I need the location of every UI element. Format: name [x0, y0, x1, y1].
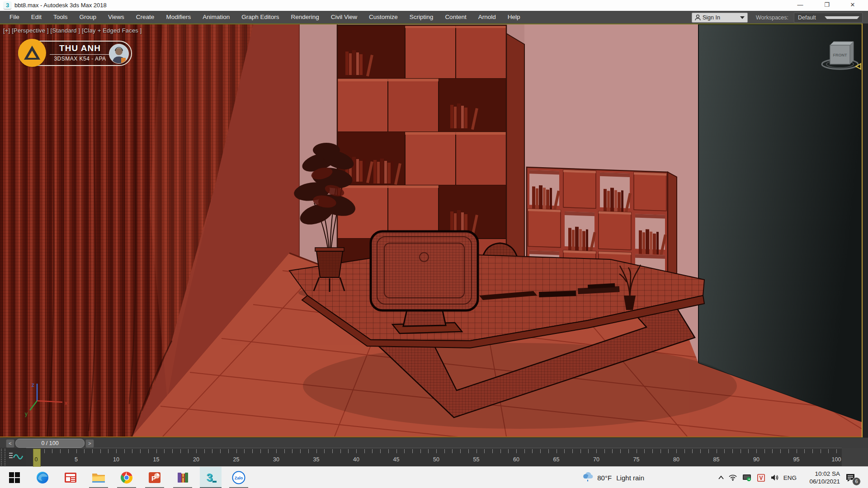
ruler-tick [436, 449, 437, 453]
viewport-header-label[interactable]: [+] [Perspective ] [Standard ] [Clay + E… [3, 27, 142, 34]
ruler-tick [708, 449, 709, 453]
unikey-v-icon: V [757, 474, 765, 482]
ruler-tick [812, 449, 813, 453]
ruler-label-30: 30 [273, 456, 279, 463]
ruler-tick [180, 449, 181, 453]
ruler-tick [772, 449, 773, 453]
wifi-icon [729, 474, 737, 481]
display-capture-tray[interactable] [742, 467, 751, 488]
folder-icon [92, 472, 105, 483]
ruler-tick [404, 449, 405, 453]
menu-tools[interactable]: Tools [47, 11, 74, 23]
time-slider-handle[interactable]: 0 / 100 [15, 439, 85, 448]
ruler-tick [204, 449, 205, 453]
ruler-tick [244, 449, 245, 453]
previous-frame-button[interactable]: < [6, 439, 14, 448]
ruler-tick [316, 449, 317, 453]
menu-animation[interactable]: Animation [197, 11, 236, 23]
watermark-badge: THU ANH 3DSMAX K54 - APA [18, 41, 132, 66]
ruler-tick [532, 449, 533, 453]
watermark-subtitle: 3DSMAX K54 - APA [49, 56, 111, 62]
ruler-tick [188, 449, 189, 453]
menu-civil-view[interactable]: Civil View [325, 11, 363, 23]
menu-views[interactable]: Views [102, 11, 130, 23]
action-center-button[interactable]: 6 [845, 467, 862, 488]
ruler-label-75: 75 [633, 456, 640, 463]
weather-widget[interactable]: 80°F Light rain [582, 467, 644, 488]
close-button[interactable]: ✕ [842, 0, 863, 10]
menu-group[interactable]: Group [74, 11, 103, 23]
trackbar-grip[interactable] [1, 449, 5, 465]
windows-taskbar: P 3 3 Zalo [0, 466, 868, 488]
menu-modifiers[interactable]: Modifiers [160, 11, 197, 23]
ruler-tick [236, 449, 237, 453]
ruler-tick [676, 449, 677, 453]
ruler-tick [212, 449, 212, 453]
ruler-tick [124, 449, 125, 453]
ruler-tick [372, 449, 373, 453]
ruler-label-45: 45 [393, 456, 400, 463]
ruler-label-65: 65 [553, 456, 560, 463]
workspace-value: Default [794, 14, 825, 21]
volume-tray[interactable] [771, 467, 779, 488]
taskbar-zalo[interactable]: Zalo [228, 467, 250, 488]
taskbar-file-explorer[interactable] [88, 467, 109, 488]
language-indicator[interactable]: ENG [783, 467, 797, 488]
menu-arnold[interactable]: Arnold [472, 11, 502, 23]
menu-help[interactable]: Help [502, 11, 526, 23]
viewport-top-border [0, 23, 862, 24]
menu-content[interactable]: Content [439, 11, 472, 23]
ruler-tick [700, 449, 701, 453]
ruler-tick [797, 449, 797, 453]
taskbar-powerpoint[interactable]: P [144, 467, 165, 488]
menu-scripting[interactable]: Scripting [404, 11, 439, 23]
weather-rain-icon [582, 472, 594, 483]
wifi-status[interactable] [729, 467, 737, 488]
taskbar-3ds-max[interactable]: 3 3 [200, 467, 222, 488]
menu-rendering[interactable]: Rendering [285, 11, 325, 23]
taskbar-chrome[interactable] [116, 467, 137, 488]
taskbar-winrar[interactable] [172, 467, 193, 488]
powerpoint-icon: P [148, 471, 161, 484]
ruler-tick [292, 449, 292, 453]
title-bar: 3 bbt8.max - Autodesk 3ds Max 2018 — ❐ ✕ [0, 0, 868, 11]
unikey-tray[interactable]: V [757, 467, 765, 488]
mini-curve-editor-icon[interactable] [8, 451, 24, 462]
ruler-tick [324, 449, 325, 453]
ruler-tick [52, 449, 52, 453]
ruler-tick [476, 449, 477, 453]
watermark-title: THU ANH [49, 43, 111, 53]
viewport-canvas[interactable]: FRONT z x y [0, 24, 862, 436]
wall-right-dark[interactable] [698, 24, 862, 422]
ruler-tick [572, 449, 573, 453]
menu-graph-editors[interactable]: Graph Editors [236, 11, 285, 23]
ruler-tick [620, 449, 621, 453]
perspective-viewport[interactable]: FRONT z x y [+] [Perspective ] [Standard… [0, 23, 868, 437]
speaker-icon [771, 474, 779, 481]
menu-customize[interactable]: Customize [363, 11, 404, 23]
clock[interactable]: 10:02 SA 06/10/2021 [809, 467, 840, 488]
taskbar-news[interactable] [60, 467, 81, 488]
ruler-tick [644, 449, 645, 453]
chevron-down-icon [825, 16, 859, 19]
time-slider-bar: < 0 / 100 > [0, 437, 868, 448]
menu-create[interactable]: Create [130, 11, 160, 23]
next-frame-button[interactable]: > [85, 439, 94, 448]
taskbar-edge[interactable] [32, 467, 53, 488]
timeline-ruler[interactable]: 0510152025303540455055606570758085909510… [26, 448, 842, 467]
minimize-button[interactable]: — [790, 0, 811, 10]
start-button[interactable] [4, 467, 25, 488]
ruler-tick [508, 449, 509, 453]
ruler-label-80: 80 [673, 456, 679, 463]
ruler-tick [44, 449, 45, 453]
sign-in-button[interactable]: Sign In [692, 13, 748, 23]
menu-edit[interactable]: Edit [25, 11, 47, 23]
svg-text:Zalo: Zalo [235, 476, 243, 480]
menu-file[interactable]: File [4, 11, 25, 23]
ruler-tick [748, 449, 749, 453]
restore-button[interactable]: ❐ [816, 0, 837, 10]
zalo-icon: Zalo [232, 471, 245, 484]
tray-overflow-button[interactable] [718, 467, 724, 488]
workspace-dropdown[interactable]: Default [794, 13, 863, 23]
divider [50, 54, 110, 55]
